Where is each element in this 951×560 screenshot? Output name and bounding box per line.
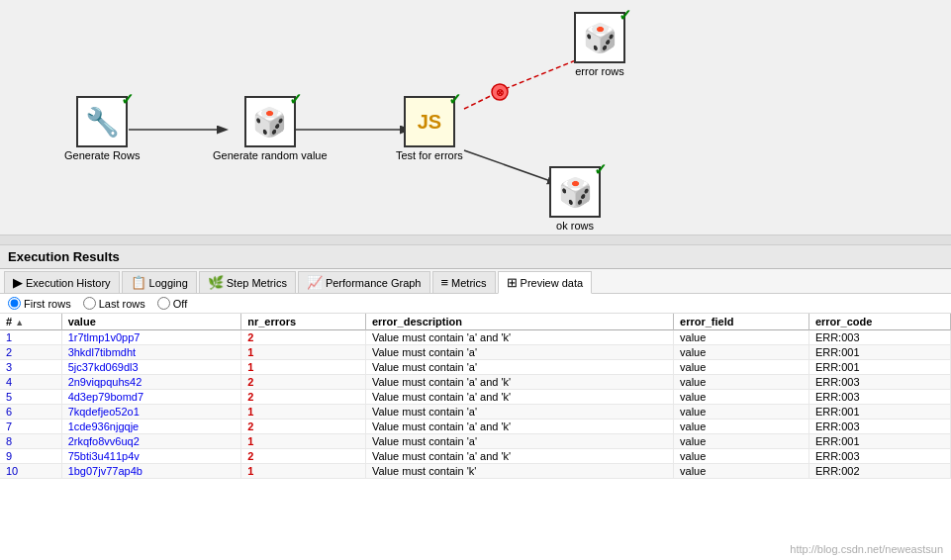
cell-error-description: Value must contain 'a' and 'k': [365, 375, 673, 390]
tab-metrics[interactable]: ≡ Metrics: [432, 271, 496, 293]
table-row: 6 7kqdefjeo52o1 1 Value must contain 'a'…: [0, 405, 951, 420]
node-ok-rows-label: ok rows: [556, 220, 594, 232]
table-row: 7 1cde936njgqje 2 Value must contain 'a'…: [0, 420, 951, 434]
tab-execution-history[interactable]: ▶ Execution History: [4, 271, 120, 293]
radio-off[interactable]: Off: [157, 297, 187, 310]
cell-num: 5: [0, 390, 61, 405]
preview-table: # ▲ value nr_errors error_description er…: [0, 314, 951, 479]
execution-history-icon: ▶: [13, 275, 23, 290]
cell-value: 2rkqfo8vv6uq2: [61, 434, 241, 449]
table-header-row: # ▲ value nr_errors error_description er…: [0, 314, 951, 330]
cell-error-field: value: [674, 420, 809, 434]
cell-value: 1cde936njgqje: [61, 420, 241, 434]
cell-nr-errors: 2: [241, 330, 366, 345]
table-row: 8 2rkqfo8vv6uq2 1 Value must contain 'a'…: [0, 434, 951, 449]
cell-error-code: ERR:001: [808, 345, 950, 360]
svg-text:⊗: ⊗: [496, 87, 504, 98]
col-header-value: value: [61, 314, 241, 330]
check-ok-rows: ✓: [594, 160, 607, 179]
col-header-num[interactable]: # ▲: [0, 314, 61, 330]
svg-point-4: [492, 84, 508, 100]
tab-performance-graph[interactable]: 📈 Performance Graph: [298, 271, 430, 293]
node-generate-random[interactable]: ✓ 🎲 Generate random value: [213, 96, 328, 161]
node-error-rows-label: error rows: [575, 65, 624, 77]
cell-num: 6: [0, 405, 61, 420]
preview-data-icon: ⊞: [507, 275, 518, 290]
cell-error-description: Value must contain 'a' and 'k': [365, 420, 673, 434]
cell-nr-errors: 2: [241, 420, 366, 434]
table-row: 9 75bti3u411p4v 2 Value must contain 'a'…: [0, 449, 951, 464]
node-generate-rows-label: Generate Rows: [64, 149, 140, 161]
node-generate-rows[interactable]: ✓ 🔧 Generate Rows: [64, 96, 140, 161]
cell-error-field: value: [674, 434, 809, 449]
performance-graph-icon: 📈: [307, 275, 323, 290]
node-error-rows[interactable]: ✓ 🎲 error rows: [574, 12, 625, 77]
cell-value: 1bg07jv77ap4b: [61, 464, 241, 479]
cell-num: 2: [0, 345, 61, 360]
tab-step-metrics[interactable]: 🌿 Step Metrics: [199, 271, 296, 293]
panel-title: Execution Results: [0, 245, 951, 269]
radio-last-rows[interactable]: Last rows: [83, 297, 145, 310]
metrics-icon: ≡: [441, 275, 449, 290]
cell-value: 7kqdefjeo52o1: [61, 405, 241, 420]
cell-error-description: Value must contain 'a': [365, 434, 673, 449]
step-metrics-icon: 🌿: [208, 275, 224, 290]
tab-logging[interactable]: 📋 Logging: [122, 271, 197, 293]
cell-nr-errors: 1: [241, 405, 366, 420]
node-ok-rows[interactable]: ✓ 🎲 ok rows: [549, 166, 601, 232]
cell-nr-errors: 1: [241, 360, 366, 375]
table-row: 2 3hkdl7tibmdht 1 Value must contain 'a'…: [0, 345, 951, 360]
cell-num: 7: [0, 420, 61, 434]
cell-value: 75bti3u411p4v: [61, 449, 241, 464]
cell-error-code: ERR:003: [808, 330, 950, 345]
cell-error-field: value: [674, 360, 809, 375]
canvas-area: ⊗ ✓ 🔧 Generate Rows ✓ 🎲 Generate random …: [0, 0, 951, 245]
radio-first-rows[interactable]: First rows: [8, 297, 71, 310]
cell-nr-errors: 1: [241, 434, 366, 449]
cell-error-code: ERR:003: [808, 449, 950, 464]
cell-error-code: ERR:002: [808, 464, 950, 479]
cell-error-code: ERR:001: [808, 360, 950, 375]
svg-line-6: [464, 150, 556, 183]
cell-nr-errors: 1: [241, 345, 366, 360]
cell-nr-errors: 2: [241, 375, 366, 390]
cell-error-field: value: [674, 345, 809, 360]
cell-error-code: ERR:003: [808, 420, 950, 434]
col-header-error-field: error_field: [674, 314, 809, 330]
col-header-error-description: error_description: [365, 314, 673, 330]
table-row: 5 4d3ep79bomd7 2 Value must contain 'a' …: [0, 390, 951, 405]
data-table: # ▲ value nr_errors error_description er…: [0, 314, 951, 560]
cell-num: 10: [0, 464, 61, 479]
cell-error-field: value: [674, 449, 809, 464]
cell-error-field: value: [674, 375, 809, 390]
check-error-rows: ✓: [618, 6, 631, 25]
check-test-errors: ✓: [448, 90, 461, 109]
check-generate-random: ✓: [289, 90, 302, 109]
cell-error-code: ERR:003: [808, 375, 950, 390]
table-row: 10 1bg07jv77ap4b 1 Value must contain 'k…: [0, 464, 951, 479]
cell-num: 3: [0, 360, 61, 375]
cell-num: 8: [0, 434, 61, 449]
cell-error-description: Value must contain 'a': [365, 345, 673, 360]
cell-error-description: Value must contain 'a': [365, 360, 673, 375]
cell-error-code: ERR:001: [808, 405, 950, 420]
canvas-scrollbar[interactable]: [0, 234, 951, 244]
node-test-errors[interactable]: ✓ JS Test for errors: [396, 96, 463, 161]
table-row: 4 2n9viqpquhs42 2 Value must contain 'a'…: [0, 375, 951, 390]
cell-nr-errors: 2: [241, 449, 366, 464]
cell-nr-errors: 1: [241, 464, 366, 479]
watermark: http://blog.csdn.net/neweastsun: [790, 543, 943, 555]
cell-error-field: value: [674, 464, 809, 479]
bottom-panel: Execution Results ▶ Execution History 📋 …: [0, 245, 951, 560]
table-row: 1 1r7tlmp1v0pp7 2 Value must contain 'a'…: [0, 330, 951, 345]
svg-line-2: [464, 89, 505, 109]
cell-error-code: ERR:003: [808, 390, 950, 405]
cell-error-field: value: [674, 390, 809, 405]
node-test-errors-label: Test for errors: [396, 149, 463, 161]
cell-value: 3hkdl7tibmdht: [61, 345, 241, 360]
col-header-nr-errors: nr_errors: [241, 314, 366, 330]
check-generate-rows: ✓: [121, 90, 134, 109]
tab-preview-data[interactable]: ⊞ Preview data: [498, 271, 593, 294]
cell-num: 1: [0, 330, 61, 345]
cell-error-description: Value must contain 'k': [365, 464, 673, 479]
